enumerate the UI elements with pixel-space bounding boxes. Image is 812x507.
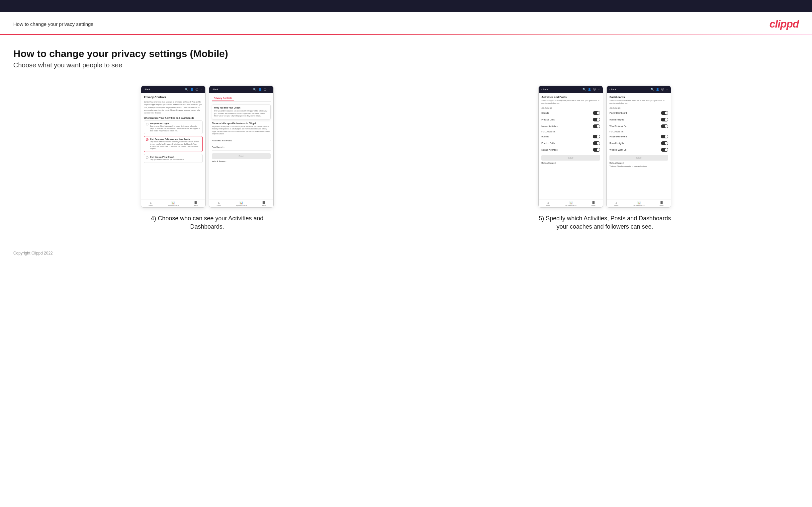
search-icon[interactable]: 🔍 [185,88,188,91]
help-text-4: Visit our Clippd community to troublesho… [609,165,668,168]
coaches-manual-toggle[interactable] [593,124,600,128]
followers-player-dash-toggle[interactable] [661,135,668,138]
coaches-player-dash-toggle[interactable] [661,111,668,115]
option-followers-coach-label: Only Approved Followers and Your Coach [150,138,201,140]
home-label-2: Home [217,205,221,206]
option-followers-coach[interactable]: Only Approved Followers and Your Coach O… [144,136,203,152]
phone1-bottom-bar: ⌂ Home 📊 My Performance ☰ Menu [141,199,205,207]
save-button-2[interactable]: Save [212,153,271,159]
more-icon-4[interactable]: ⓘ [661,88,664,91]
more-icon[interactable]: ⓘ [196,88,198,91]
phone1-section-title: Privacy Controls [144,96,203,99]
tab-home-3[interactable]: ⌂ Home [546,201,550,206]
home-label-1: Home [149,205,153,206]
performance-label-4: My Performance [633,205,645,206]
phone1-icons: 🔍 👤 ⓘ ⌄ [185,88,203,91]
option-you-coach-label: Only You and Your Coach [150,156,184,158]
coaches-round-insights-toggle[interactable] [661,118,668,121]
screens-row: ‹ Back 🔍 👤 ⓘ ⌄ Privacy Controls Control … [13,86,799,231]
menu-icon-1: ☰ [194,201,197,205]
activities-posts-row[interactable]: Activities and Posts › [212,137,271,144]
coaches-manual-row: Manual Activities [541,124,600,129]
tab-menu-1[interactable]: ☰ Menu [194,201,198,206]
activities-chevron: › [270,139,271,142]
coaches-round-insights-row: Round Insights [609,117,668,122]
option-everyone-label: Everyone on Clippd [150,122,201,124]
phone3-nav: ‹ Back 🔍 👤 ⓘ ⌄ [539,86,603,93]
coaches-rounds-toggle[interactable] [593,111,600,115]
phone1-back[interactable]: ‹ Back [144,88,150,91]
save-button-3[interactable]: Save [541,155,600,161]
search-icon-3[interactable]: 🔍 [582,88,586,91]
option-followers-coach-desc: Only approved followers and coaches you … [150,141,201,150]
tab-performance-1[interactable]: 📊 My Performance [168,201,179,206]
home-icon-3: ⌂ [547,201,549,205]
phone4-back[interactable]: ‹ Back [609,88,616,91]
more-icon-2[interactable]: ⓘ [264,88,266,91]
dashboards-row[interactable]: Dashboards › [212,144,271,151]
followers-work-on-toggle[interactable] [661,148,668,152]
tab-menu-3[interactable]: ☰ Menu [592,201,595,206]
more-icon-3[interactable]: ⓘ [593,88,596,91]
privacy-controls-tab[interactable]: Privacy Controls [212,96,235,101]
radio-everyone[interactable] [146,123,148,125]
coaches-label-4: COACHES [609,107,668,109]
followers-drills-row: Practice Drills [541,141,600,146]
phone1-body-text: Control how and your data appears to eve… [144,101,203,114]
performance-label-2: My Performance [236,205,247,206]
chart-icon-1: 📊 [171,201,175,205]
radio-you-coach[interactable] [146,156,148,159]
phone1-nav: ‹ Back 🔍 👤 ⓘ ⌄ [141,86,205,93]
tab-home-1[interactable]: ⌂ Home [149,201,153,206]
coaches-rounds-row: Rounds [541,111,600,115]
search-icon-2[interactable]: 🔍 [253,88,256,91]
person-icon-3[interactable]: 👤 [588,88,591,91]
followers-manual-toggle[interactable] [593,148,600,152]
phone2-back[interactable]: ‹ Back [212,88,218,91]
tab-performance-2[interactable]: 📊 My Performance [236,201,247,206]
phone3-section-title: Activities and Posts [541,96,600,99]
tooltip-title: Only You and Your Coach [214,107,268,109]
coaches-round-insights-label: Round Insights [609,118,624,121]
followers-player-dash-label: Player Dashboard [609,135,627,138]
tab-performance-4[interactable]: 📊 My Performance [633,201,645,206]
group-1: ‹ Back 🔍 👤 ⓘ ⌄ Privacy Controls Control … [13,86,401,231]
option-you-coach[interactable]: Only You and Your Coach Only you and the… [144,154,203,163]
option-everyone-desc: Everyone on Clippd can search for you an… [150,125,201,132]
tab-menu-2[interactable]: ☰ Menu [262,201,266,206]
show-hide-title: Show or hide specific features in Clippd [212,122,271,124]
followers-round-insights-toggle[interactable] [661,142,668,145]
phone-1: ‹ Back 🔍 👤 ⓘ ⌄ Privacy Controls Control … [141,86,206,208]
radio-followers-coach[interactable] [146,138,148,141]
person-icon-2[interactable]: 👤 [258,88,262,91]
phone4-bottom-bar: ⌂ Home 📊 My Performance ☰ Menu [607,199,671,207]
performance-label-1: My Performance [168,205,179,206]
person-icon-4[interactable]: 👤 [656,88,659,91]
followers-rounds-toggle[interactable] [593,135,600,138]
option-everyone[interactable]: Everyone on Clippd Everyone on Clippd ca… [144,120,203,134]
phone2-bottom-bar: ⌂ Home 📊 My Performance ☰ Menu [209,199,273,207]
followers-drills-toggle[interactable] [593,142,600,145]
chevron-icon: ⌄ [200,88,203,91]
tab-performance-3[interactable]: 📊 My Performance [566,201,576,206]
person-icon[interactable]: 👤 [190,88,194,91]
option-you-coach-desc: Only you and the coaches you connect wit… [150,159,184,161]
chart-icon-4: 📊 [637,201,641,205]
chevron-icon-4: ⌄ [666,88,668,91]
home-label-3: Home [546,205,550,206]
phone2-nav: ‹ Back 🔍 👤 ⓘ ⌄ [209,86,273,93]
coaches-work-on-toggle[interactable] [661,124,668,128]
save-button-4[interactable]: Save [609,155,668,161]
phone3-back[interactable]: ‹ Back [541,88,548,91]
menu-label-4: Menu [660,205,663,206]
followers-label-3: FOLLOWERS [541,131,600,133]
coaches-drills-toggle[interactable] [593,118,600,121]
page-subheading: Choose what you want people to see [13,61,799,69]
chevron-icon-2: ⌄ [268,88,271,91]
tab-menu-4[interactable]: ☰ Menu [660,201,663,206]
main-content: How to change your privacy settings (Mob… [0,48,812,275]
search-icon-4[interactable]: 🔍 [651,88,654,91]
tab-home-4[interactable]: ⌂ Home [614,201,618,206]
followers-work-on-row: What To Work On [609,147,668,152]
tab-home-2[interactable]: ⌂ Home [217,201,221,206]
